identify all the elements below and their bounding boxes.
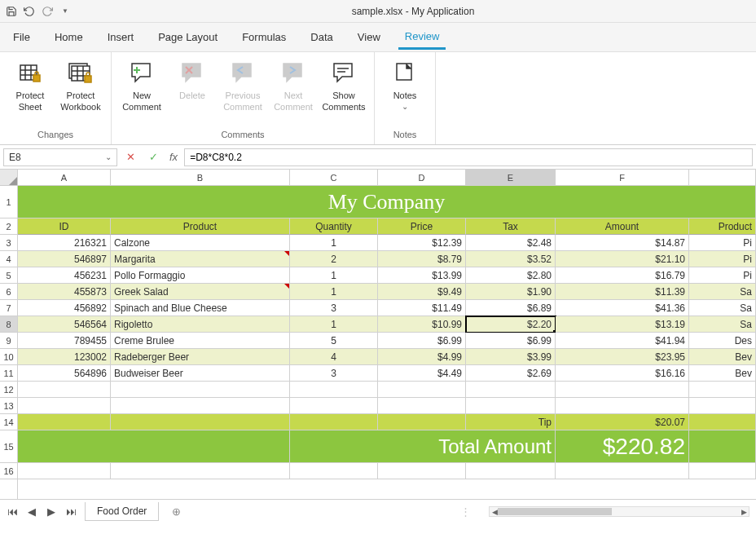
row-header[interactable]: 2 xyxy=(0,218,17,235)
cell[interactable]: 456892 xyxy=(18,300,111,316)
cell[interactable]: 546897 xyxy=(18,251,111,267)
cell[interactable]: $9.49 xyxy=(378,284,466,300)
row-header[interactable]: 12 xyxy=(0,382,17,398)
cell[interactable] xyxy=(689,463,756,479)
splitter-handle[interactable]: ⋮ xyxy=(444,505,489,518)
menu-formulas[interactable]: Formulas xyxy=(235,26,292,48)
cell[interactable]: $1.90 xyxy=(466,284,556,300)
cell[interactable] xyxy=(378,414,466,430)
cell[interactable] xyxy=(18,382,111,398)
row-header[interactable]: 14 xyxy=(0,414,17,430)
undo-icon[interactable] xyxy=(21,3,37,20)
cell[interactable]: $2.20 xyxy=(466,316,556,333)
scroll-right-icon[interactable]: ▶ xyxy=(739,507,749,516)
menu-file[interactable]: File xyxy=(7,26,37,48)
cell[interactable]: Amount xyxy=(556,218,689,235)
chevron-down-icon[interactable]: ⌄ xyxy=(105,152,112,161)
cell[interactable]: $23.95 xyxy=(556,349,689,365)
cell[interactable]: $11.39 xyxy=(556,284,689,300)
col-header[interactable] xyxy=(689,170,756,186)
menu-review[interactable]: Review xyxy=(398,25,446,50)
cell[interactable]: Pi xyxy=(689,267,756,284)
cell[interactable]: 3 xyxy=(290,300,378,316)
cell[interactable] xyxy=(466,398,556,414)
menu-data[interactable]: Data xyxy=(304,26,339,48)
cell[interactable]: Bev xyxy=(689,349,756,365)
cell[interactable]: $13.19 xyxy=(556,316,689,333)
cell[interactable] xyxy=(18,463,111,479)
cell[interactable]: $2.69 xyxy=(466,365,556,382)
cell[interactable]: Pi xyxy=(689,235,756,251)
cell-reference-box[interactable]: E8 ⌄ xyxy=(3,148,117,166)
cell[interactable]: 546564 xyxy=(18,316,111,333)
cell[interactable]: $2.48 xyxy=(466,235,556,251)
cell[interactable]: 456231 xyxy=(18,267,111,284)
first-sheet-button[interactable]: ⏮ xyxy=(3,503,21,521)
cell[interactable] xyxy=(689,382,756,398)
cell[interactable]: $4.49 xyxy=(378,365,466,382)
cell[interactable]: Tax xyxy=(466,218,556,235)
cell[interactable]: Margarita xyxy=(111,251,290,267)
scroll-thumb[interactable] xyxy=(498,508,612,515)
row-header[interactable]: 16 xyxy=(0,463,17,479)
notes-button[interactable]: Notes ⌄ xyxy=(381,57,429,113)
row-header[interactable]: 4 xyxy=(0,251,17,267)
cell[interactable]: $20.07 xyxy=(556,414,689,430)
cell[interactable] xyxy=(290,398,378,414)
col-header[interactable]: C xyxy=(290,170,378,186)
save-icon[interactable] xyxy=(3,3,20,20)
cell[interactable]: Product xyxy=(111,218,290,235)
protect-workbook-button[interactable]: Protect Workbook xyxy=(57,57,104,115)
row-header[interactable]: 9 xyxy=(0,333,17,349)
row-header[interactable]: 6 xyxy=(0,284,17,300)
confirm-formula-button[interactable]: ✓ xyxy=(143,148,163,166)
cell[interactable]: $16.79 xyxy=(556,267,689,284)
cell[interactable] xyxy=(689,430,756,463)
cell[interactable]: 1 xyxy=(290,284,378,300)
cell[interactable]: $14.87 xyxy=(556,235,689,251)
cell[interactable]: $10.99 xyxy=(378,316,466,333)
cell[interactable]: Radeberger Beer xyxy=(111,349,290,365)
show-comments-button[interactable]: Show Comments xyxy=(320,57,367,115)
prev-sheet-button[interactable]: ◀ xyxy=(23,503,41,521)
new-comment-button[interactable]: New Comment xyxy=(118,57,165,115)
cell[interactable]: 216321 xyxy=(18,235,111,251)
fx-label[interactable]: fx xyxy=(166,151,181,163)
cell[interactable]: $6.99 xyxy=(378,333,466,349)
sheet-tab[interactable]: Food Order xyxy=(85,502,159,521)
cell[interactable]: Pi xyxy=(689,251,756,267)
row-header[interactable]: 5 xyxy=(0,267,17,284)
cell[interactable] xyxy=(378,382,466,398)
cell[interactable]: 455873 xyxy=(18,284,111,300)
cell[interactable]: $11.49 xyxy=(378,300,466,316)
row-header[interactable]: 11 xyxy=(0,365,17,382)
cell[interactable]: $3.52 xyxy=(466,251,556,267)
cell[interactable] xyxy=(111,398,290,414)
row-header[interactable]: 1 xyxy=(0,186,17,218)
cell[interactable]: 4 xyxy=(290,349,378,365)
cell[interactable] xyxy=(18,430,290,463)
redo-icon[interactable] xyxy=(39,3,55,20)
cell[interactable] xyxy=(556,398,689,414)
cell[interactable]: $4.99 xyxy=(378,349,466,365)
cell[interactable]: Bev xyxy=(689,365,756,382)
cell[interactable] xyxy=(689,398,756,414)
cell[interactable]: Pollo Formaggio xyxy=(111,267,290,284)
row-header[interactable]: 15 xyxy=(0,430,17,463)
cell[interactable]: $16.16 xyxy=(556,365,689,382)
cell[interactable]: $12.39 xyxy=(378,235,466,251)
cell[interactable] xyxy=(18,398,111,414)
cell[interactable]: Quantity xyxy=(290,218,378,235)
cell[interactable] xyxy=(111,382,290,398)
cell[interactable]: 564896 xyxy=(18,365,111,382)
cell[interactable] xyxy=(378,463,466,479)
cell[interactable]: 1 xyxy=(290,267,378,284)
cancel-formula-button[interactable]: ✕ xyxy=(121,148,140,166)
row-header[interactable]: 3 xyxy=(0,235,17,251)
cell[interactable] xyxy=(290,463,378,479)
cell[interactable] xyxy=(466,463,556,479)
cell[interactable]: 2 xyxy=(290,251,378,267)
cell[interactable]: Creme Brulee xyxy=(111,333,290,349)
cell[interactable] xyxy=(556,463,689,479)
cell[interactable] xyxy=(18,414,111,430)
